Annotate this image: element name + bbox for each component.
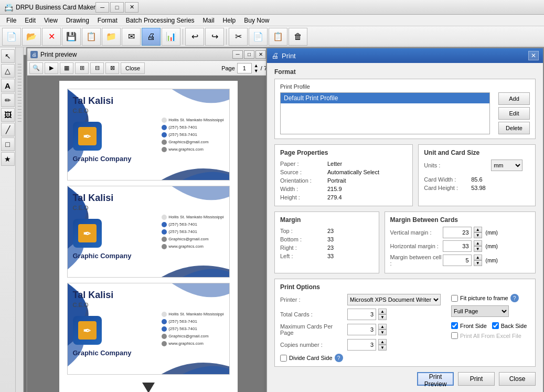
tool-pen[interactable]: ✏ xyxy=(1,93,15,107)
units-row: Units : mminch xyxy=(424,160,530,171)
tool-cursor[interactable]: ↖ xyxy=(1,49,15,63)
card1-left: Tal Kalisi C.E.O ✒ Graphic Company xyxy=(68,89,157,180)
tb-undo[interactable]: ↩ xyxy=(185,28,204,46)
maximize-button[interactable]: □ xyxy=(110,2,124,13)
horizontal-margin-down[interactable]: ▼ xyxy=(474,246,482,252)
page-number-input[interactable] xyxy=(237,63,252,73)
card1-contact: Hollis St. Mankato Mississippi (257) 563… xyxy=(162,118,223,152)
menu-view[interactable]: View xyxy=(40,15,62,26)
cell-margin-down[interactable]: ▼ xyxy=(474,260,482,266)
delete-profile-btn[interactable]: Delete xyxy=(498,122,530,134)
card3-logo-inner: ✒ xyxy=(78,321,97,340)
divide-card-help[interactable]: ? xyxy=(335,354,343,362)
tool-line[interactable]: ╱ xyxy=(1,123,15,136)
business-card-1: Tal Kalisi C.E.O ✒ Graphic Company Holli… xyxy=(67,89,230,181)
preview-zoom-btn[interactable]: 🔍 xyxy=(29,62,43,74)
menu-format[interactable]: Format xyxy=(93,15,122,26)
tb-copy[interactable]: 📄 xyxy=(249,28,268,46)
front-side-label: Front Side xyxy=(460,323,487,329)
close-print-button[interactable]: Close xyxy=(499,372,536,386)
back-side-checkbox[interactable] xyxy=(492,322,499,329)
close-app-button[interactable]: ✕ xyxy=(125,2,138,13)
horizontal-margin-up[interactable]: ▲ xyxy=(474,240,482,246)
tool-rect[interactable]: □ xyxy=(1,137,15,151)
card3-title: C.E.O xyxy=(73,302,152,308)
preview-view1-btn[interactable]: ▦ xyxy=(60,62,73,74)
menu-help[interactable]: Help xyxy=(219,15,240,26)
tool-triangle[interactable]: △ xyxy=(1,64,15,78)
add-profile-btn[interactable]: Add xyxy=(498,92,530,105)
tb-save[interactable]: 💾 xyxy=(62,28,81,46)
vertical-margin-down[interactable]: ▼ xyxy=(474,232,482,238)
print-preview-button[interactable]: Print Preview xyxy=(417,372,454,386)
print-button[interactable]: Print xyxy=(458,372,495,386)
fit-picture-help[interactable]: ? xyxy=(510,294,519,302)
preview-icon: 🖨 xyxy=(30,51,38,58)
total-cards-up[interactable]: ▲ xyxy=(378,309,387,314)
max-cards-row: Maximum Cards Per Page ▲ ▼ xyxy=(280,323,441,336)
preview-play-btn[interactable]: ▶ xyxy=(45,62,58,74)
preview-close-text-btn[interactable]: Close xyxy=(121,62,145,74)
tb-import[interactable]: 📁 xyxy=(102,28,121,46)
card3-name: Tal Kalisi xyxy=(73,290,152,301)
page-spin-up[interactable]: ▲▼ xyxy=(254,63,259,73)
print-dialog-close-btn[interactable]: ✕ xyxy=(528,51,539,60)
vertical-margin-up[interactable]: ▲ xyxy=(474,227,482,232)
divide-card-row: Divide Card Side ? xyxy=(280,354,441,362)
card3-logo: ✒ xyxy=(73,316,102,345)
tool-text[interactable]: A xyxy=(1,79,15,92)
tb-delete[interactable]: 🗑 xyxy=(289,28,307,46)
preview-view3-btn[interactable]: ⊟ xyxy=(90,62,104,74)
profile-item-default[interactable]: Default Print Profile xyxy=(281,93,489,103)
tb-barcode[interactable]: 📊 xyxy=(162,28,180,46)
tb-close[interactable]: ✕ xyxy=(42,28,61,46)
total-cards-down[interactable]: ▼ xyxy=(378,314,387,320)
menu-mail[interactable]: Mail xyxy=(199,15,219,26)
tb-email[interactable]: ✉ xyxy=(122,28,141,46)
max-cards-down[interactable]: ▼ xyxy=(378,330,387,335)
preview-view2-btn[interactable]: ⊞ xyxy=(75,62,89,74)
copies-down[interactable]: ▼ xyxy=(378,345,387,351)
tb-new[interactable]: 📄 xyxy=(2,28,21,46)
menu-edit[interactable]: Edit xyxy=(20,15,40,26)
horizontal-margin-input[interactable] xyxy=(443,240,472,252)
vertical-margin-input[interactable] xyxy=(443,227,472,238)
tb-redo[interactable]: ↪ xyxy=(205,28,224,46)
orientation-row: Orientation : Portrait xyxy=(280,176,407,185)
tb-open[interactable]: 📂 xyxy=(22,28,41,46)
tb-print[interactable]: 🖨 xyxy=(142,28,161,46)
print-excel-checkbox[interactable] xyxy=(451,332,458,339)
max-cards-up[interactable]: ▲ xyxy=(378,324,387,330)
tool-image[interactable]: 🖼 xyxy=(1,108,15,122)
tb-cut[interactable]: ✂ xyxy=(229,28,248,46)
cell-margin-up[interactable]: ▲ xyxy=(474,255,482,260)
menu-batch[interactable]: Batch Processing Series xyxy=(122,15,199,26)
copies-input[interactable] xyxy=(347,339,376,351)
divide-card-checkbox[interactable] xyxy=(280,355,287,362)
menu-drawing[interactable]: Drawing xyxy=(62,15,93,26)
menu-file[interactable]: File xyxy=(2,15,20,26)
fit-picture-checkbox[interactable] xyxy=(451,295,458,302)
unit-card-size-label: Unit and Card Size xyxy=(424,149,530,156)
preview-view4-btn[interactable]: ⊠ xyxy=(105,62,119,74)
total-cards-input[interactable] xyxy=(347,309,376,320)
full-page-select[interactable]: Full Page xyxy=(451,305,509,317)
edit-profile-btn[interactable]: Edit xyxy=(498,107,530,120)
max-cards-input[interactable] xyxy=(347,324,376,335)
front-side-checkbox[interactable] xyxy=(451,322,458,329)
tb-paste[interactable]: 📋 xyxy=(269,28,287,46)
tb-save-as[interactable]: 📋 xyxy=(82,28,101,46)
preview-minimize-btn[interactable]: ─ xyxy=(232,50,243,59)
units-select[interactable]: mminch xyxy=(491,160,522,171)
card2-name: Tal Kalisi xyxy=(73,193,152,204)
menu-buynow[interactable]: Buy Now xyxy=(240,15,273,26)
printer-select[interactable]: Microsoft XPS Document Writer xyxy=(347,294,441,305)
copies-up[interactable]: ▲ xyxy=(378,339,387,345)
minimize-button[interactable]: ─ xyxy=(95,2,109,13)
cell-margin-input[interactable] xyxy=(443,255,472,266)
toolbar: 📄 📂 ✕ 💾 📋 📁 ✉ 🖨 📊 ↩ ↪ ✂ 📄 📋 🗑 xyxy=(0,26,544,47)
preview-maximize-btn[interactable]: □ xyxy=(244,50,254,59)
preview-close-btn[interactable]: ✕ xyxy=(255,50,266,59)
tool-star[interactable]: ★ xyxy=(1,152,15,166)
card2-contact: Hollis St. Mankato Mississippi (257) 563… xyxy=(162,215,223,249)
